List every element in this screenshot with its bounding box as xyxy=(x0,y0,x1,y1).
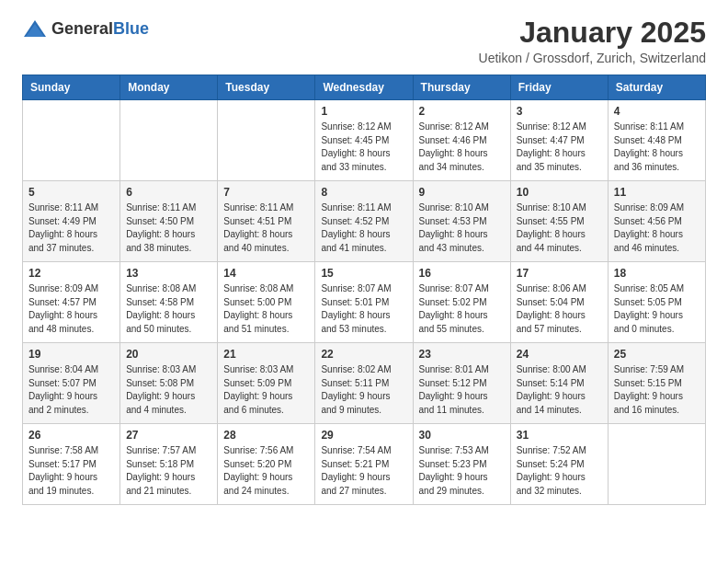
day-cell: 20Sunrise: 8:03 AM Sunset: 5:08 PM Dayli… xyxy=(120,343,218,424)
day-cell: 2Sunrise: 8:12 AM Sunset: 4:46 PM Daylig… xyxy=(413,100,510,181)
day-info: Sunrise: 8:11 AM Sunset: 4:52 PM Dayligh… xyxy=(321,201,406,255)
day-info: Sunrise: 8:10 AM Sunset: 4:55 PM Dayligh… xyxy=(517,201,602,255)
day-cell: 26Sunrise: 7:58 AM Sunset: 5:17 PM Dayli… xyxy=(23,424,120,505)
day-number: 8 xyxy=(321,186,406,199)
day-header-thursday: Thursday xyxy=(413,75,510,100)
day-cell: 18Sunrise: 8:05 AM Sunset: 5:05 PM Dayli… xyxy=(608,262,705,343)
page: GeneralBlue January 2025 Uetikon / Gross… xyxy=(0,0,728,522)
day-cell: 15Sunrise: 8:07 AM Sunset: 5:01 PM Dayli… xyxy=(315,262,413,343)
day-info: Sunrise: 8:07 AM Sunset: 5:02 PM Dayligh… xyxy=(419,282,505,336)
day-number: 1 xyxy=(321,105,406,118)
day-info: Sunrise: 8:02 AM Sunset: 5:11 PM Dayligh… xyxy=(321,363,406,417)
day-info: Sunrise: 7:59 AM Sunset: 5:15 PM Dayligh… xyxy=(614,363,700,417)
day-info: Sunrise: 8:03 AM Sunset: 5:08 PM Dayligh… xyxy=(126,363,211,417)
calendar-title: January 2025 xyxy=(479,17,706,49)
day-cell: 27Sunrise: 7:57 AM Sunset: 5:18 PM Dayli… xyxy=(120,424,218,505)
day-number: 13 xyxy=(126,267,211,280)
day-cell: 3Sunrise: 8:12 AM Sunset: 4:47 PM Daylig… xyxy=(510,100,608,181)
day-info: Sunrise: 8:04 AM Sunset: 5:07 PM Dayligh… xyxy=(28,363,114,417)
day-cell: 28Sunrise: 7:56 AM Sunset: 5:20 PM Dayli… xyxy=(218,424,315,505)
day-number: 23 xyxy=(419,348,505,361)
day-info: Sunrise: 8:10 AM Sunset: 4:53 PM Dayligh… xyxy=(419,201,505,255)
day-cell: 21Sunrise: 8:03 AM Sunset: 5:09 PM Dayli… xyxy=(218,343,315,424)
header-row: SundayMondayTuesdayWednesdayThursdayFrid… xyxy=(23,75,706,100)
day-number: 26 xyxy=(28,429,114,442)
day-number: 21 xyxy=(223,348,309,361)
day-number: 5 xyxy=(28,186,114,199)
week-row-2: 5Sunrise: 8:11 AM Sunset: 4:49 PM Daylig… xyxy=(23,181,706,262)
day-number: 10 xyxy=(517,186,602,199)
day-info: Sunrise: 7:57 AM Sunset: 5:18 PM Dayligh… xyxy=(126,444,211,498)
title-area: January 2025 Uetikon / Grossdorf, Zurich… xyxy=(479,17,706,65)
day-cell: 22Sunrise: 8:02 AM Sunset: 5:11 PM Dayli… xyxy=(315,343,413,424)
day-number: 29 xyxy=(321,429,406,442)
calendar-table: SundayMondayTuesdayWednesdayThursdayFrid… xyxy=(22,75,706,505)
day-info: Sunrise: 8:06 AM Sunset: 5:04 PM Dayligh… xyxy=(517,282,602,336)
day-info: Sunrise: 8:08 AM Sunset: 5:00 PM Dayligh… xyxy=(223,282,309,336)
day-cell: 24Sunrise: 8:00 AM Sunset: 5:14 PM Dayli… xyxy=(510,343,608,424)
day-cell: 12Sunrise: 8:09 AM Sunset: 4:57 PM Dayli… xyxy=(23,262,120,343)
day-info: Sunrise: 7:54 AM Sunset: 5:21 PM Dayligh… xyxy=(321,444,406,498)
day-number: 7 xyxy=(223,186,309,199)
day-info: Sunrise: 8:11 AM Sunset: 4:48 PM Dayligh… xyxy=(614,121,700,174)
day-header-saturday: Saturday xyxy=(608,75,705,100)
day-info: Sunrise: 7:53 AM Sunset: 5:23 PM Dayligh… xyxy=(419,444,505,498)
day-cell: 17Sunrise: 8:06 AM Sunset: 5:04 PM Dayli… xyxy=(510,262,608,343)
day-info: Sunrise: 8:11 AM Sunset: 4:49 PM Dayligh… xyxy=(28,201,114,255)
day-info: Sunrise: 8:11 AM Sunset: 4:50 PM Dayligh… xyxy=(126,201,211,255)
day-cell: 14Sunrise: 8:08 AM Sunset: 5:00 PM Dayli… xyxy=(218,262,315,343)
day-info: Sunrise: 8:09 AM Sunset: 4:57 PM Dayligh… xyxy=(28,282,114,336)
day-cell: 7Sunrise: 8:11 AM Sunset: 4:51 PM Daylig… xyxy=(218,181,315,262)
day-cell: 25Sunrise: 7:59 AM Sunset: 5:15 PM Dayli… xyxy=(608,343,705,424)
week-row-1: 1Sunrise: 8:12 AM Sunset: 4:45 PM Daylig… xyxy=(23,100,706,181)
day-number: 16 xyxy=(419,267,505,280)
day-cell: 13Sunrise: 8:08 AM Sunset: 4:58 PM Dayli… xyxy=(120,262,218,343)
day-info: Sunrise: 8:05 AM Sunset: 5:05 PM Dayligh… xyxy=(614,282,700,336)
day-info: Sunrise: 8:12 AM Sunset: 4:45 PM Dayligh… xyxy=(321,121,406,174)
day-cell: 19Sunrise: 8:04 AM Sunset: 5:07 PM Dayli… xyxy=(23,343,120,424)
day-info: Sunrise: 8:08 AM Sunset: 4:58 PM Dayligh… xyxy=(126,282,211,336)
day-info: Sunrise: 7:56 AM Sunset: 5:20 PM Dayligh… xyxy=(223,444,309,498)
day-cell: 5Sunrise: 8:11 AM Sunset: 4:49 PM Daylig… xyxy=(23,181,120,262)
day-cell xyxy=(120,100,218,181)
day-number: 9 xyxy=(419,186,505,199)
day-cell xyxy=(608,424,705,505)
day-cell: 30Sunrise: 7:53 AM Sunset: 5:23 PM Dayli… xyxy=(413,424,510,505)
day-number: 17 xyxy=(517,267,602,280)
day-header-tuesday: Tuesday xyxy=(218,75,315,100)
day-info: Sunrise: 8:12 AM Sunset: 4:47 PM Dayligh… xyxy=(517,121,602,174)
day-info: Sunrise: 8:09 AM Sunset: 4:56 PM Dayligh… xyxy=(614,201,700,255)
day-number: 14 xyxy=(223,267,309,280)
day-number: 4 xyxy=(614,105,700,118)
day-info: Sunrise: 8:12 AM Sunset: 4:46 PM Dayligh… xyxy=(419,121,505,174)
day-cell: 29Sunrise: 7:54 AM Sunset: 5:21 PM Dayli… xyxy=(315,424,413,505)
day-number: 25 xyxy=(614,348,700,361)
day-header-friday: Friday xyxy=(510,75,608,100)
day-number: 22 xyxy=(321,348,406,361)
day-info: Sunrise: 8:11 AM Sunset: 4:51 PM Dayligh… xyxy=(223,201,309,255)
day-number: 30 xyxy=(419,429,505,442)
day-number: 31 xyxy=(517,429,602,442)
day-cell xyxy=(218,100,315,181)
day-header-wednesday: Wednesday xyxy=(315,75,413,100)
logo-general: GeneralBlue xyxy=(51,20,149,39)
logo-icon xyxy=(22,17,48,42)
day-cell: 10Sunrise: 8:10 AM Sunset: 4:55 PM Dayli… xyxy=(510,181,608,262)
day-cell: 6Sunrise: 8:11 AM Sunset: 4:50 PM Daylig… xyxy=(120,181,218,262)
day-number: 12 xyxy=(28,267,114,280)
day-cell: 9Sunrise: 8:10 AM Sunset: 4:53 PM Daylig… xyxy=(413,181,510,262)
week-row-5: 26Sunrise: 7:58 AM Sunset: 5:17 PM Dayli… xyxy=(23,424,706,505)
day-info: Sunrise: 7:58 AM Sunset: 5:17 PM Dayligh… xyxy=(28,444,114,498)
day-info: Sunrise: 8:01 AM Sunset: 5:12 PM Dayligh… xyxy=(419,363,505,417)
day-number: 24 xyxy=(517,348,602,361)
day-number: 20 xyxy=(126,348,211,361)
day-cell: 8Sunrise: 8:11 AM Sunset: 4:52 PM Daylig… xyxy=(315,181,413,262)
calendar-subtitle: Uetikon / Grossdorf, Zurich, Switzerland xyxy=(479,51,706,65)
day-number: 2 xyxy=(419,105,505,118)
day-number: 27 xyxy=(126,429,211,442)
day-number: 11 xyxy=(614,186,700,199)
day-cell: 1Sunrise: 8:12 AM Sunset: 4:45 PM Daylig… xyxy=(315,100,413,181)
day-header-sunday: Sunday xyxy=(23,75,120,100)
week-row-4: 19Sunrise: 8:04 AM Sunset: 5:07 PM Dayli… xyxy=(23,343,706,424)
day-number: 3 xyxy=(517,105,602,118)
